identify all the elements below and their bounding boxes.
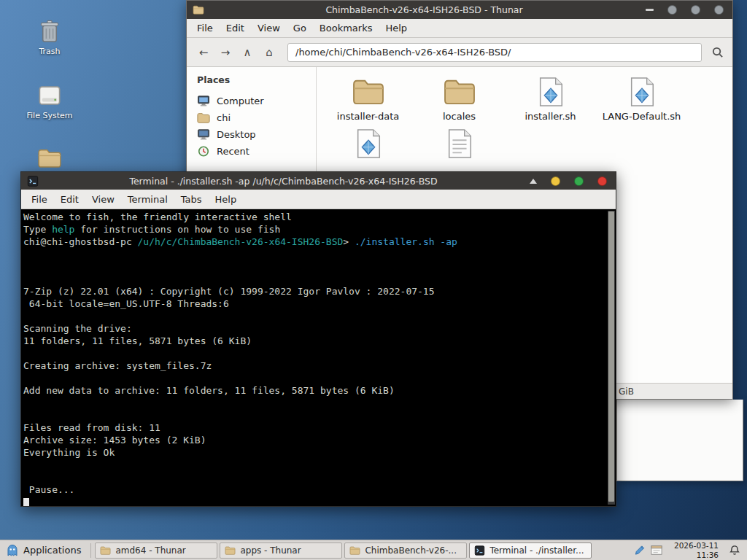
file-item-lang-default.sh[interactable]: LANG-Default.sh (596, 76, 687, 123)
path-input[interactable]: /home/chi/ChimbaBench-v26-x64-ISH26-BSD/ (287, 43, 702, 62)
terminal-menubar: FileEditViewTerminalTabsHelp (21, 190, 616, 209)
search-button[interactable] (708, 43, 727, 62)
maximize-button[interactable] (574, 176, 584, 186)
terminal-output[interactable]: Welcome to fish, the friendly interactiv… (21, 209, 616, 506)
computer-icon (197, 96, 210, 106)
terminal-line: Add new data to archive: 11 folders, 11 … (23, 384, 604, 397)
file-name: installer.sh (525, 111, 576, 123)
back-icon[interactable]: ← (193, 42, 214, 63)
scrollbar-thumb[interactable] (608, 211, 614, 502)
terminal-cursor (23, 498, 29, 507)
close-button[interactable] (597, 176, 607, 186)
terminal-line: 11 folders, 11 files, 5871 bytes (6 KiB) (23, 335, 604, 347)
sidebar-item-chi[interactable]: chi (196, 109, 316, 126)
file-name: LANG-Default.sh (603, 111, 681, 123)
home-icon (197, 112, 210, 123)
terminal-scrollbar[interactable] (608, 211, 615, 505)
background-window[interactable] (616, 400, 743, 481)
script-icon (626, 77, 658, 107)
desktop-icon-folder[interactable] (26, 146, 73, 171)
thunar-window-title: ChimbaBench-v26-x64-ISH26-BSD - Thunar (210, 4, 638, 15)
desktop-icon-label: Trash (39, 47, 60, 56)
terminal-titlebar[interactable]: Terminal - ./installer.sh -ap /u/h/c/Chi… (21, 172, 616, 190)
terminal-menu-tabs[interactable]: Tabs (175, 192, 208, 207)
up-icon[interactable]: ∧ (236, 42, 258, 63)
textfile-icon (444, 128, 476, 159)
terminal-window: Terminal - ./installer.sh -ap /u/h/c/Chi… (20, 171, 616, 507)
terminal-line: Files read from disk: 11 (23, 421, 604, 434)
taskbar-window-button[interactable]: apps - Thunar (220, 542, 342, 559)
taskbar-window-button[interactable]: Terminal - ./installer... (469, 542, 592, 559)
taskbar-window-button[interactable]: amd64 - Thunar (95, 542, 217, 559)
window-tray-icon[interactable] (651, 545, 662, 556)
terminal-line: chi@chi-ghostbsd-pc /u/h/c/ChimbaBench-v… (23, 236, 604, 248)
terminal-menu-terminal[interactable]: Terminal (122, 192, 174, 207)
sidebar-item-label: Desktop (217, 129, 256, 140)
sidebar-item-computer[interactable]: Computer (196, 93, 316, 109)
folder-icon (443, 78, 476, 106)
folder-icon (225, 545, 236, 556)
folder-icon (349, 545, 360, 556)
shade-button[interactable] (530, 179, 537, 184)
terminal-line (23, 397, 604, 409)
maximize-button[interactable] (691, 5, 700, 15)
clock[interactable]: 2026-03-11 11:36 (674, 541, 719, 559)
folder-icon (37, 146, 62, 171)
sidebar-item-label: Recent (217, 146, 249, 157)
thunar-menu-file[interactable]: File (191, 20, 219, 36)
script-icon (352, 128, 384, 159)
terminal-menu-help[interactable]: Help (209, 192, 243, 207)
close-button[interactable] (714, 5, 724, 15)
thunar-menu-bookmarks[interactable]: Bookmarks (314, 20, 379, 36)
thunar-menu-edit[interactable]: Edit (220, 20, 250, 36)
terminal-menu-edit[interactable]: Edit (55, 192, 85, 207)
system-tray: 2026-03-11 11:36 (634, 541, 744, 559)
terminal-line (23, 409, 604, 421)
file-item-locales[interactable]: locales (414, 76, 505, 123)
terminal-line: Welcome to fish, the friendly interactiv… (23, 211, 604, 223)
applications-menu-button[interactable]: Applications (3, 542, 87, 559)
clock-date: 2026-03-11 (674, 541, 719, 551)
thunar-menu-go[interactable]: Go (287, 20, 312, 36)
terminal-line (23, 273, 604, 285)
thunar-menu-view[interactable]: View (252, 20, 286, 36)
taskbar-window-button[interactable]: ChimbaBench-v26-... (344, 542, 467, 559)
terminal-window-title: Terminal - ./installer.sh -ap /u/h/c/Chi… (44, 176, 522, 187)
taskbar: Applications amd64 - Thunarapps - Thunar… (0, 540, 747, 560)
sidebar-item-desktop[interactable]: Desktop (196, 126, 316, 143)
search-icon (711, 46, 724, 58)
minimize-button[interactable] (551, 176, 560, 186)
home-icon[interactable]: ⌂ (258, 42, 280, 63)
taskbar-window-label: Terminal - ./installer... (489, 545, 584, 556)
forward-icon[interactable]: → (214, 42, 236, 63)
desktop-icon-trash[interactable]: Trash (26, 19, 73, 56)
taskbar-separator (90, 543, 91, 558)
terminal-line: Scanning the drive: (23, 322, 604, 335)
trash-icon (37, 19, 62, 44)
notification-bell-icon[interactable] (729, 545, 740, 556)
file-item[interactable] (414, 128, 505, 175)
terminal-line: Archive size: 1453 bytes (2 KiB) (23, 434, 604, 446)
terminal-menu-file[interactable]: File (26, 192, 53, 207)
terminal-line (23, 260, 604, 273)
terminal-line (23, 347, 604, 359)
pencil-tray-icon[interactable] (634, 545, 646, 556)
file-item-installer-data[interactable]: installer-data (322, 76, 414, 123)
minimize-button[interactable] (646, 9, 654, 11)
terminal-line (23, 471, 604, 483)
ghost-icon (6, 544, 19, 557)
applications-label: Applications (23, 545, 81, 556)
sidebar-item-recent[interactable]: Recent (196, 143, 316, 160)
folder-icon (100, 545, 111, 556)
thunar-titlebar[interactable]: ChimbaBench-v26-x64-ISH26-BSD - Thunar (187, 1, 732, 19)
file-item-installer.sh[interactable]: installer.sh (505, 76, 596, 123)
terminal-line: Everything is Ok (23, 446, 604, 459)
terminal-line: 7-Zip (z) 22.01 (x64) : Copyright (c) 19… (23, 285, 604, 298)
shade-button[interactable] (667, 5, 677, 15)
thunar-menu-help[interactable]: Help (379, 20, 413, 36)
clock-time: 11:36 (674, 551, 719, 560)
script-icon (535, 77, 567, 107)
terminal-menu-view[interactable]: View (86, 192, 120, 207)
desktop-icon-file-system[interactable]: File System (26, 83, 73, 120)
file-item[interactable] (322, 128, 414, 175)
